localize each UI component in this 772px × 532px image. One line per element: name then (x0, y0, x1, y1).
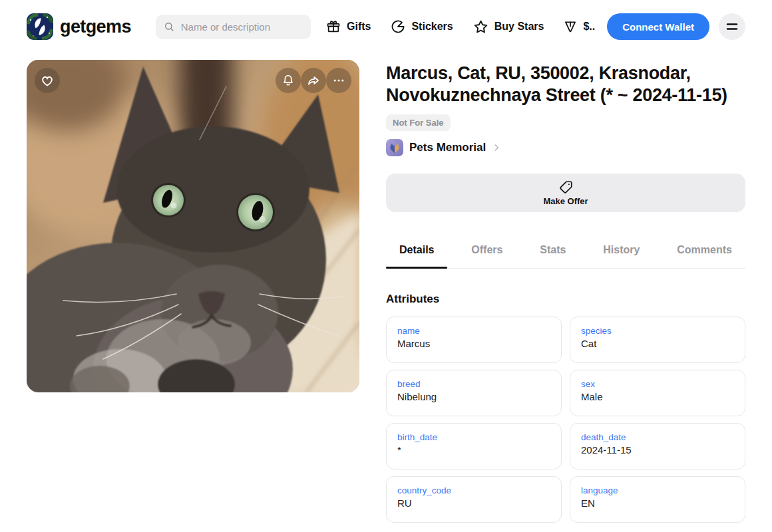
attribute-card[interactable]: sex Male (570, 370, 745, 416)
attribute-label: death_date (581, 432, 734, 442)
image-action-buttons (276, 68, 351, 93)
getgems-logo-icon (27, 13, 53, 40)
attribute-value: Marcus (397, 338, 550, 349)
attributes-section: Attributes name Marcus species Cat breed (386, 293, 745, 523)
share-button[interactable] (301, 68, 326, 93)
currency-selector[interactable]: $.. (564, 20, 595, 33)
attribute-label: species (581, 326, 734, 336)
attribute-label: birth_date (397, 432, 550, 442)
nav-buy-stars-label: Buy Stars (494, 21, 544, 33)
ton-diamond-icon (564, 20, 577, 33)
collection-link[interactable]: Pets Memorial (386, 139, 745, 156)
tab[interactable]: Offers (458, 244, 516, 268)
nav-buy-stars-button[interactable]: Buy Stars (473, 19, 544, 35)
attribute-value: 2024-11-15 (581, 444, 734, 456)
top-navbar: getgems Gifts Stickers (0, 0, 772, 53)
sticker-icon (391, 19, 405, 34)
search-bar[interactable] (156, 15, 311, 39)
more-options-button[interactable] (326, 68, 351, 93)
nav-gifts-button[interactable]: Gifts (326, 19, 371, 34)
attribute-value: Cat (581, 338, 734, 349)
attribute-value: RU (397, 497, 550, 509)
sale-status-badge: Not For Sale (386, 114, 451, 131)
nft-page: Marcus, Cat, RU, 350002, Krasnodar, Novo… (0, 53, 772, 523)
collection-name: Pets Memorial (409, 141, 486, 154)
nav-stickers-button[interactable]: Stickers (391, 19, 453, 34)
attribute-card[interactable]: country_code RU (386, 476, 562, 523)
attribute-value: Male (581, 391, 734, 402)
chevron-right-icon (492, 143, 501, 152)
tab[interactable]: Stats (526, 244, 579, 268)
navbar-links: Gifts Stickers Buy Stars $.. Connect Wal… (326, 13, 745, 40)
share-forward-icon (307, 74, 320, 87)
attribute-card[interactable]: language EN (570, 476, 745, 523)
currency-label: $.. (583, 21, 595, 33)
attribute-label: country_code (397, 485, 550, 495)
attribute-card[interactable]: breed Nibelung (386, 370, 562, 416)
star-icon (473, 19, 488, 35)
tab[interactable]: Details (386, 244, 447, 268)
attribute-card[interactable]: birth_date * (386, 423, 562, 469)
make-offer-button[interactable]: Make Offer (386, 174, 745, 212)
cat-photo-art (27, 60, 359, 392)
price-tag-icon (559, 180, 573, 194)
brand-wordmark: getgems (60, 17, 131, 37)
attribute-label: name (397, 326, 550, 336)
detail-tabs: Details Offers Stats History Comments (386, 244, 745, 269)
attribute-card[interactable]: name Marcus (386, 317, 562, 363)
make-offer-label: Make Offer (543, 196, 588, 206)
nft-details-panel: Marcus, Cat, RU, 350002, Krasnodar, Novo… (386, 60, 745, 523)
hamburger-icon (725, 20, 739, 33)
attributes-grid: name Marcus species Cat breed Nibelung (386, 317, 745, 523)
collection-avatar (386, 139, 403, 156)
attribute-value: Nibelung (397, 391, 550, 402)
attribute-card[interactable]: death_date 2024-11-15 (570, 423, 745, 469)
attribute-label: breed (397, 379, 550, 389)
tab[interactable]: Comments (664, 244, 745, 268)
ellipsis-icon (332, 74, 345, 87)
nft-image[interactable] (27, 60, 359, 392)
gift-icon (326, 19, 341, 34)
attributes-heading: Attributes (386, 293, 745, 306)
search-icon (164, 21, 174, 33)
attribute-card[interactable]: species Cat (570, 317, 745, 363)
nft-title: Marcus, Cat, RU, 350002, Krasnodar, Novo… (386, 63, 745, 106)
getgems-logo[interactable]: getgems (27, 13, 131, 40)
attribute-label: language (581, 485, 734, 495)
attribute-label: sex (581, 379, 734, 389)
tab[interactable]: History (590, 244, 653, 268)
favorite-button[interactable] (35, 68, 60, 93)
attribute-value: * (397, 444, 550, 456)
search-input[interactable] (180, 21, 303, 33)
nav-gifts-label: Gifts (347, 21, 371, 33)
nav-stickers-label: Stickers (411, 21, 453, 33)
heart-icon (40, 73, 55, 88)
bell-icon (282, 74, 295, 87)
menu-button[interactable] (719, 13, 745, 40)
connect-wallet-button[interactable]: Connect Wallet (607, 13, 709, 40)
notifications-button[interactable] (276, 68, 301, 93)
attribute-value: EN (581, 497, 734, 509)
